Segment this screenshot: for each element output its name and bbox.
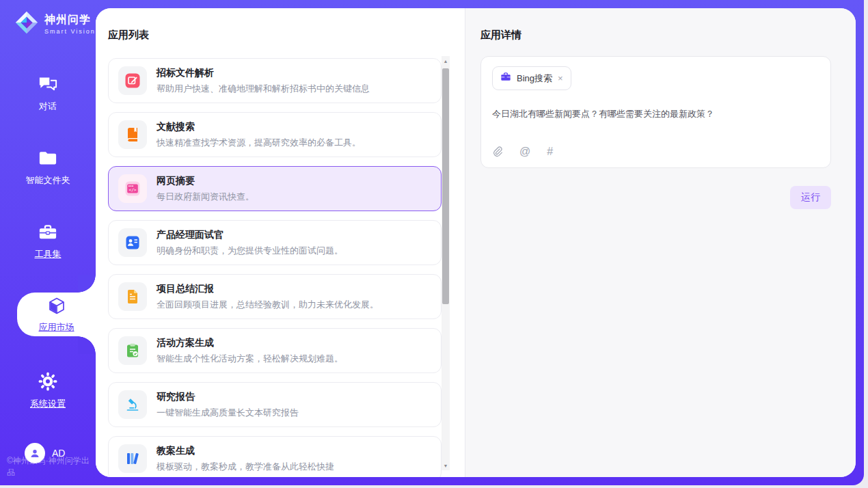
app-title: 招标文件解析 xyxy=(157,67,370,79)
chat-icon xyxy=(38,75,58,96)
app-card-research-report[interactable]: 研究报告 一键智能生成高质量长文本研究报告 xyxy=(108,382,442,427)
tool-chip-label: Bing搜索 xyxy=(517,72,552,85)
app-desc: 明确身份和职责，为您提供专业性的面试问题。 xyxy=(157,245,343,257)
app-list-title: 应用列表 xyxy=(108,29,149,42)
app-card-literature-search[interactable]: 文献搜索 快速精准查找学术资源，提高研究效率的必备工具。 xyxy=(108,112,442,157)
app-title: 产品经理面试官 xyxy=(157,229,343,241)
sidebar-item-label: 应用市场 xyxy=(39,321,74,334)
clipboard-check-icon xyxy=(118,336,147,365)
app-card-web-summary[interactable]: </> 网页摘要 每日政府新闻资讯快查。 xyxy=(108,166,442,211)
document-icon xyxy=(118,282,147,311)
toolbox-icon xyxy=(38,223,58,244)
composer-input[interactable]: 今日湖北有哪些新闻要点？有哪些需要关注的最新政策？ xyxy=(492,108,819,120)
mention-at-icon[interactable]: @ xyxy=(519,146,530,158)
hashtag-icon[interactable]: # xyxy=(547,146,553,158)
sidebar-item-label: 工具集 xyxy=(35,248,62,260)
app-detail-title: 应用详情 xyxy=(480,29,521,42)
scroll-up-arrow-icon[interactable]: ▲ xyxy=(442,56,450,66)
attach-paperclip-icon[interactable] xyxy=(492,146,503,158)
app-desc: 一键智能生成高质量长文本研究报告 xyxy=(157,407,299,419)
app-card-pm-interviewer[interactable]: 产品经理面试官 明确身份和职责，为您提供专业性的面试问题。 xyxy=(108,220,442,265)
app-list-panel: 应用列表 招标文件解析 帮助用户快速、准确地理解和解析招标书中的关键信息 xyxy=(96,8,465,477)
brand-subtitle: Smart Vision xyxy=(44,28,96,35)
app-desc: 帮助用户快速、准确地理解和解析招标书中的关键信息 xyxy=(157,83,370,95)
cube-icon xyxy=(46,296,67,319)
briefcase-icon xyxy=(500,72,511,85)
microscope-icon xyxy=(118,390,147,419)
sidebar-item-toolset[interactable]: 工具集 xyxy=(0,223,96,260)
app-desc: 快速精准查找学术资源，提高研究效率的必备工具。 xyxy=(157,137,361,149)
doc-edit-icon xyxy=(118,66,147,95)
app-card-project-summary[interactable]: 项目总结汇报 全面回顾项目进展，总结经验教训，助力未来优化发展。 xyxy=(108,274,442,319)
app-desc: 全面回顾项目进展，总结经验教训，助力未来优化发展。 xyxy=(157,299,379,311)
svg-text:</>: </> xyxy=(128,187,136,192)
sidebar-item-label: 智能文件夹 xyxy=(26,174,70,187)
app-card-bid-parse[interactable]: 招标文件解析 帮助用户快速、准确地理解和解析招标书中的关键信息 xyxy=(108,58,442,103)
brand-name: 神州问学 xyxy=(44,13,96,27)
app-desc: 智能生成个性化活动方案，轻松解决规划难题。 xyxy=(157,353,343,365)
app-window: 神州问学 Smart Vision 对话 智能文件夹 xyxy=(0,0,864,485)
app-title: 文献搜索 xyxy=(157,121,361,133)
sidebar-item-smart-folder[interactable]: 智能文件夹 xyxy=(0,149,96,187)
sidebar-item-label: 系统设置 xyxy=(30,398,66,410)
interviewer-icon xyxy=(118,228,147,257)
app-detail-panel: 应用详情 Bing搜索 × 今日湖北有哪些新闻要点？有哪些需要关注的最新政策？ xyxy=(465,8,856,477)
books-icon xyxy=(118,444,147,473)
gear-icon xyxy=(38,371,58,394)
content-panel: 应用列表 招标文件解析 帮助用户快速、准确地理解和解析招标书中的关键信息 xyxy=(96,8,856,477)
tool-chip-bing-search[interactable]: Bing搜索 × xyxy=(492,66,571,90)
book-icon xyxy=(118,120,147,149)
app-desc: 模板驱动，教案秒成，教学准备从此轻松快捷 xyxy=(157,461,334,473)
sidebar-item-label: 对话 xyxy=(39,100,57,113)
app-title: 研究报告 xyxy=(157,391,299,403)
sidebar-item-chat[interactable]: 对话 xyxy=(0,75,96,113)
close-icon[interactable]: × xyxy=(558,73,563,83)
app-title: 项目总结汇报 xyxy=(157,283,379,295)
diamond-logo-icon xyxy=(14,10,40,38)
sidebar-item-settings[interactable]: 系统设置 xyxy=(0,371,96,410)
app-desc: 每日政府新闻资讯快查。 xyxy=(157,191,254,203)
composer-card: Bing搜索 × 今日湖北有哪些新闻要点？有哪些需要关注的最新政策？ @ # xyxy=(480,56,831,168)
brand-logo: 神州问学 Smart Vision xyxy=(14,10,96,38)
copyright-footer: ©神州数码·神州问学出品 xyxy=(7,455,96,478)
app-title: 活动方案生成 xyxy=(157,337,343,349)
app-card-lesson-plan[interactable]: 教案生成 模板驱动，教案秒成，教学准备从此轻松快捷 xyxy=(108,436,442,477)
app-title: 教案生成 xyxy=(157,445,334,457)
scrollbar-thumb[interactable] xyxy=(442,68,449,304)
app-title: 网页摘要 xyxy=(157,175,254,187)
scroll-down-arrow-icon[interactable]: ▼ xyxy=(442,461,450,470)
app-card-activity-plan[interactable]: 活动方案生成 智能生成个性化活动方案，轻松解决规划难题。 xyxy=(108,328,442,373)
run-button[interactable]: 运行 xyxy=(790,186,831,209)
folder-icon xyxy=(38,149,58,170)
web-code-icon: </> xyxy=(118,174,147,203)
sidebar: 神州问学 Smart Vision 对话 智能文件夹 xyxy=(0,0,96,485)
sidebar-item-app-market[interactable]: 应用市场 xyxy=(17,293,96,336)
app-list: 招标文件解析 帮助用户快速、准确地理解和解析招标书中的关键信息 文献搜索 xyxy=(108,58,442,477)
scrollbar[interactable]: ▲ ▼ xyxy=(442,56,450,470)
